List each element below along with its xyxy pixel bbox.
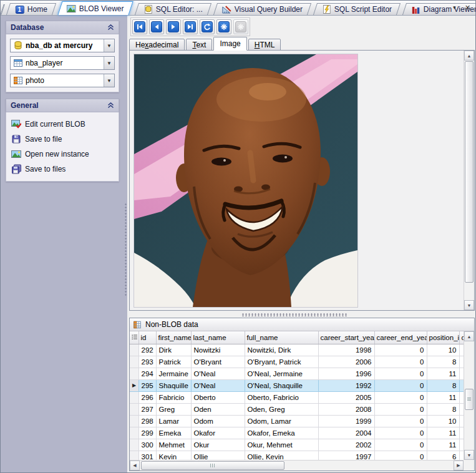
tab-visual-query-builder[interactable]: Visual Query Builder <box>213 3 311 15</box>
cell-last-name[interactable]: Okafor <box>191 427 245 439</box>
cell-first-name[interactable]: Greg <box>156 403 191 415</box>
cell-id[interactable]: 298 <box>138 415 156 427</box>
connection-dropdown-button[interactable]: ▼ <box>104 39 114 52</box>
cell-id[interactable]: 296 <box>138 391 156 403</box>
scrollbar-thumb[interactable] <box>465 61 474 283</box>
column-header-id[interactable]: id <box>138 331 156 344</box>
grid-horizontal-scrollbar[interactable]: ◀ ▶ <box>130 460 464 471</box>
row-indicator[interactable] <box>130 427 138 439</box>
table-row[interactable]: 296FabricioObertoOberto, Fabricio2005011 <box>130 391 464 403</box>
prior-record-button[interactable] <box>149 19 164 34</box>
table-row[interactable]: ▶295ShaquilleO'NealO'Neal, Shaquille1992… <box>130 379 464 391</box>
column-dropdown-button[interactable]: ▼ <box>104 74 114 87</box>
cell-last-name[interactable]: O'Bryant <box>191 356 245 368</box>
general-section-header[interactable]: General <box>6 99 119 112</box>
tab-blob-viewer[interactable]: BLOB Viewer <box>57 1 133 15</box>
scroll-down-arrow[interactable]: ▼ <box>464 300 474 310</box>
scroll-up-arrow[interactable]: ▲ <box>464 331 474 341</box>
collapse-chevron-icon[interactable] <box>107 24 114 31</box>
cell-position-id[interactable]: 8 <box>427 379 459 391</box>
asterisk-button[interactable] <box>216 19 231 34</box>
cell-last-name[interactable]: Oden <box>191 403 245 415</box>
cell-full-name[interactable]: Odom, Lamar <box>245 415 318 427</box>
cell-full-name[interactable]: Oden, Greg <box>245 403 318 415</box>
cell-last-name[interactable]: O'Neal <box>191 368 245 379</box>
database-section-header[interactable]: Database <box>6 21 119 34</box>
next-record-button[interactable] <box>166 19 181 34</box>
row-indicator[interactable] <box>130 439 138 451</box>
cell-last-name[interactable]: Okur <box>191 439 245 451</box>
cell-career-end-year[interactable]: 0 <box>374 415 427 427</box>
connection-select[interactable]: nba_db at mercury ▼ <box>10 39 115 52</box>
tab-home[interactable]: 1 Home <box>6 3 56 15</box>
scroll-down-arrow[interactable]: ▼ <box>464 450 474 460</box>
column-header-career-end-year[interactable]: career_end_year <box>374 331 427 344</box>
tab-image[interactable]: Image <box>213 37 246 51</box>
cell-career-end-year[interactable]: 0 <box>374 439 427 451</box>
row-indicator[interactable] <box>130 415 138 427</box>
cell-first-name[interactable]: Dirk <box>156 344 191 356</box>
first-record-button[interactable] <box>132 19 147 34</box>
row-indicator[interactable] <box>130 368 138 379</box>
cell-career-start-year[interactable]: 2005 <box>318 391 374 403</box>
cell-career-start-year[interactable]: 1992 <box>318 379 374 391</box>
scroll-right-arrow[interactable]: ▶ <box>454 461 464 471</box>
save-to-file-action[interactable]: Save to file <box>10 132 115 147</box>
table-dropdown-button[interactable]: ▼ <box>104 57 114 69</box>
cell-full-name[interactable]: Okur, Mehmet <box>245 439 318 451</box>
cell-first-name[interactable]: Shaquille <box>156 379 191 391</box>
cell-full-name[interactable]: O'Bryant, Patrick <box>245 356 318 368</box>
row-indicator[interactable] <box>130 403 138 415</box>
cell-position-id[interactable]: 10 <box>427 344 459 356</box>
table-row[interactable]: 294JermaineO'NealO'Neal, Jermaine1996011 <box>130 368 464 379</box>
tab-sql-script-editor[interactable]: SQL Script Editor <box>313 3 401 15</box>
cell-first-name[interactable]: Emeka <box>156 427 191 439</box>
cell-first-name[interactable]: Fabricio <box>156 391 191 403</box>
refresh-button[interactable] <box>200 19 215 34</box>
cell-career-end-year[interactable]: 0 <box>374 391 427 403</box>
cell-last-name[interactable]: Oberto <box>191 391 245 403</box>
cell-career-end-year[interactable]: 0 <box>374 379 427 391</box>
cell-id[interactable]: 293 <box>138 356 156 368</box>
cell-position-id[interactable]: 11 <box>427 391 459 403</box>
cell-first-name[interactable]: Jermaine <box>156 368 191 379</box>
column-select[interactable]: photo ▼ <box>10 74 115 87</box>
cell-position-id[interactable]: 10 <box>427 415 459 427</box>
table-row[interactable]: 297GregOdenOden, Greg200808 <box>130 403 464 415</box>
cell-full-name[interactable]: Okafor, Emeka <box>245 427 318 439</box>
cell-career-end-year[interactable]: 0 <box>374 344 427 356</box>
scroll-left-arrow[interactable]: ◀ <box>130 461 140 471</box>
cell-id[interactable]: 295 <box>138 379 156 391</box>
cell-id[interactable]: 300 <box>138 439 156 451</box>
cell-career-start-year[interactable]: 2008 <box>318 403 374 415</box>
cell-full-name[interactable]: O'Neal, Jermaine <box>245 368 318 379</box>
table-row[interactable]: 298LamarOdomOdom, Lamar1999010 <box>130 415 464 427</box>
cell-first-name[interactable]: Mehmet <box>156 439 191 451</box>
cell-id[interactable]: 292 <box>138 344 156 356</box>
cell-position-id[interactable]: 11 <box>427 427 459 439</box>
cell-career-end-year[interactable]: 0 <box>374 356 427 368</box>
cell-career-end-year[interactable]: 0 <box>374 403 427 415</box>
table-row[interactable]: 300MehmetOkurOkur, Mehmet2002011 <box>130 439 464 451</box>
tab-html[interactable]: HTML <box>248 39 281 51</box>
cell-last-name[interactable]: Odom <box>191 415 245 427</box>
selected-row-indicator[interactable]: ▶ <box>130 379 138 391</box>
cell-first-name[interactable]: Patrick <box>156 356 191 368</box>
cell-career-end-year[interactable]: 0 <box>374 427 427 439</box>
cell-full-name[interactable]: O'Neal, Shaquille <box>245 379 318 391</box>
grid-vertical-scrollbar[interactable]: ▲ ▼ <box>464 331 474 460</box>
cell-career-start-year[interactable]: 1996 <box>318 368 374 379</box>
cell-career-start-year[interactable]: 2002 <box>318 439 374 451</box>
last-record-button[interactable] <box>183 19 198 34</box>
column-header-career-start-year[interactable]: career_start_year <box>318 331 374 344</box>
cell-first-name[interactable]: Lamar <box>156 415 191 427</box>
row-indicator[interactable] <box>130 344 138 356</box>
tab-text[interactable]: Text <box>186 39 212 51</box>
close-button[interactable]: ✕ <box>462 2 473 13</box>
row-indicator[interactable] <box>130 356 138 368</box>
tab-hexadecimal[interactable]: Hexadecimal <box>129 39 185 51</box>
cell-career-end-year[interactable]: 0 <box>374 368 427 379</box>
tab-list-dropdown-button[interactable]: ▼ <box>449 2 460 13</box>
table-select[interactable]: nba_player ▼ <box>10 56 115 70</box>
cell-career-start-year[interactable]: 1999 <box>318 415 374 427</box>
